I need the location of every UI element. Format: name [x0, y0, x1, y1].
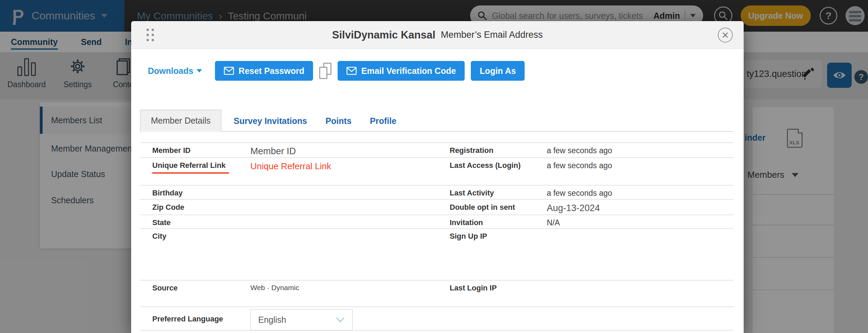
field-value-unique-referral-link[interactable]: Unique Referral Link: [250, 161, 331, 172]
preferred-language-select[interactable]: English: [250, 309, 353, 330]
field-label-state: State: [152, 218, 171, 227]
field-label-double-opt-in: Double opt in sent: [450, 203, 515, 212]
tab-survey-invitations[interactable]: Survey Invitations: [228, 110, 313, 132]
field-label-sign-up-ip: Sign Up IP: [450, 232, 487, 241]
downloads-dropdown[interactable]: Downloads: [148, 66, 202, 76]
login-as-label: Login As: [480, 66, 516, 76]
envelope-icon: [224, 67, 234, 75]
field-label-unique-referral-link: Unique Referral Link: [152, 161, 229, 174]
table-row: Zip Code Double opt in sent Aug-13-2024: [140, 199, 733, 215]
table-row: Birthday Last Activity a few seconds ago: [140, 185, 733, 199]
copy-icon[interactable]: [319, 63, 331, 79]
app-screen: P Communities My Communities › Testing C…: [0, 0, 868, 333]
downloads-label: Downloads: [148, 66, 193, 76]
field-label-birthday: Birthday: [152, 189, 183, 197]
modal-action-bar: Downloads Reset Password Email Verificat…: [148, 61, 525, 81]
envelope-icon: [346, 67, 357, 75]
field-value-last-activity: a few seconds ago: [547, 189, 612, 198]
member-details-table: Member ID Member ID Registration a few s…: [140, 142, 733, 331]
table-row: Source Web · Dynamic Last Login IP: [140, 280, 733, 306]
field-value-member-id: Member ID: [250, 146, 296, 157]
table-row: Preferred Language English: [140, 306, 733, 331]
chevron-down-icon: [336, 317, 345, 322]
preferred-language-value: English: [258, 315, 286, 325]
close-icon: [722, 32, 729, 38]
field-label-invitation: Invitation: [450, 218, 483, 227]
field-value-last-access: a few seconds ago: [547, 161, 612, 170]
field-label-last-access: Last Access (Login): [450, 161, 521, 170]
member-details-modal: SilviDynamic Kansal Member’s Email Addre…: [131, 21, 744, 333]
email-verification-code-button[interactable]: Email Verification Code: [338, 61, 465, 81]
field-label-last-activity: Last Activity: [450, 189, 494, 197]
field-value-invitation: N/A: [547, 218, 560, 227]
modal-tabs: Member Details Survey Invitations Points…: [140, 110, 403, 132]
field-value-source: Web · Dynamic: [250, 284, 299, 292]
chevron-down-icon: [197, 69, 202, 73]
table-row: Member ID Member ID Registration a few s…: [140, 142, 733, 157]
field-label-member-id: Member ID: [152, 146, 190, 155]
email-verification-label: Email Verification Code: [361, 66, 456, 76]
field-label-zip-code: Zip Code: [152, 203, 184, 212]
close-button[interactable]: [718, 28, 733, 43]
tab-points[interactable]: Points: [319, 110, 357, 132]
modal-header: SilviDynamic Kansal Member’s Email Addre…: [131, 21, 744, 49]
login-as-button[interactable]: Login As: [471, 61, 525, 81]
field-label-registration: Registration: [450, 146, 493, 155]
modal-subtitle: Member’s Email Address: [441, 30, 543, 40]
tab-profile[interactable]: Profile: [364, 110, 403, 132]
reset-password-button[interactable]: Reset Password: [215, 61, 313, 81]
field-value-double-opt-in: Aug-13-2024: [547, 203, 600, 213]
table-row: City Sign Up IP: [140, 228, 733, 280]
field-label-preferred-language: Preferred Language: [152, 315, 223, 323]
modal-title: SilviDynamic Kansal: [332, 29, 435, 41]
field-value-registration: a few seconds ago: [547, 146, 612, 155]
field-label-source: Source: [152, 284, 178, 292]
reset-password-label: Reset Password: [238, 66, 304, 76]
field-label-city: City: [152, 232, 167, 241]
table-row: State Invitation N/A: [140, 215, 733, 228]
field-label-last-login-ip: Last Login IP: [450, 284, 497, 292]
table-row: Unique Referral Link Unique Referral Lin…: [140, 157, 733, 185]
tab-member-details[interactable]: Member Details: [140, 110, 221, 132]
